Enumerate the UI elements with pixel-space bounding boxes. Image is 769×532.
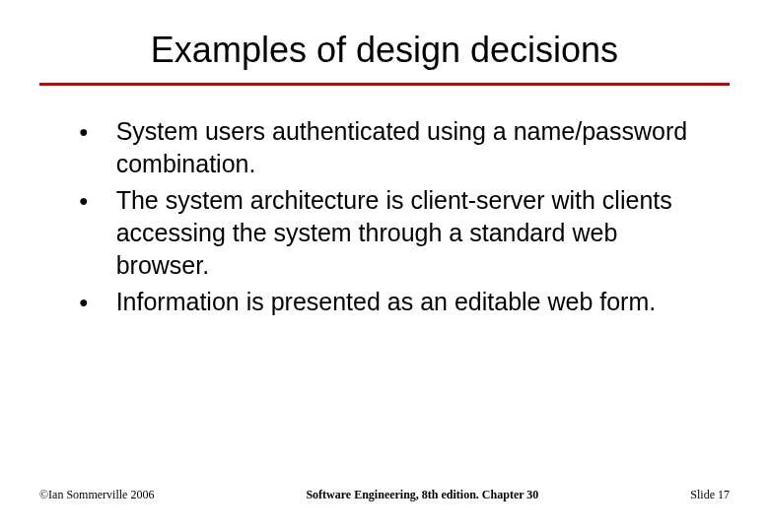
bullet-icon: ●	[79, 124, 89, 140]
title-divider	[39, 83, 730, 86]
bullet-text: Information is presented as an editable …	[116, 286, 710, 318]
bullet-list: ● System users authenticated using a nam…	[79, 115, 710, 318]
list-item: ● System users authenticated using a nam…	[79, 115, 710, 180]
slide-container: Examples of design decisions ● System us…	[0, 0, 769, 532]
list-item: ● Information is presented as an editabl…	[79, 286, 710, 318]
slide-title: Examples of design decisions	[39, 30, 730, 71]
bullet-icon: ●	[79, 193, 89, 209]
list-item: ● The system architecture is client-serv…	[79, 184, 710, 282]
slide-content: ● System users authenticated using a nam…	[39, 115, 730, 318]
footer-slide-number: Slide 17	[690, 488, 730, 502]
slide-footer: ©Ian Sommerville 2006 Software Engineeri…	[39, 488, 730, 502]
footer-copyright: ©Ian Sommerville 2006	[39, 488, 154, 502]
bullet-icon: ●	[79, 295, 89, 310]
bullet-text: The system architecture is client-server…	[116, 184, 710, 282]
bullet-text: System users authenticated using a name/…	[116, 115, 710, 180]
footer-book-title: Software Engineering, 8th edition. Chapt…	[154, 488, 690, 502]
